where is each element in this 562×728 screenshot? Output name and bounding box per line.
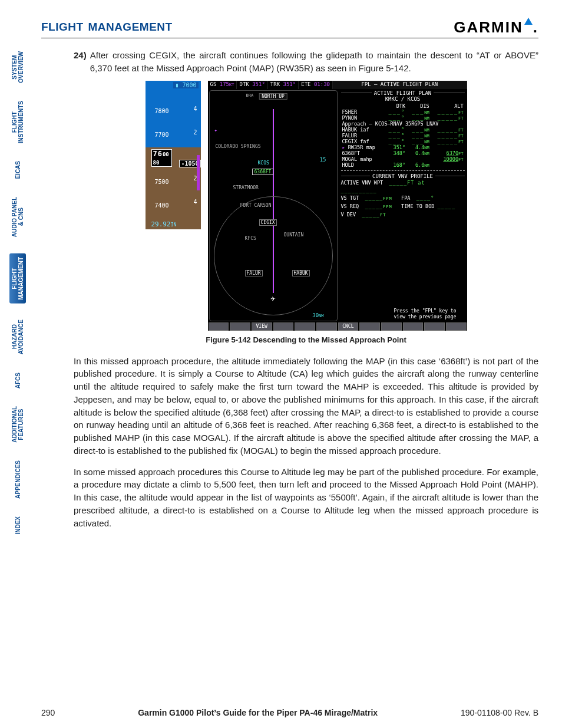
softkey-view[interactable]: VIEW <box>252 322 272 331</box>
map-airport-label: KCOS <box>258 160 269 166</box>
tab-eicas[interactable]: EICAS <box>15 160 21 180</box>
figure-5-142: ▮ 7000 7800 7700 7500 7400 4 2 2 4 76008… <box>74 81 538 331</box>
logo-dot: . <box>533 18 538 37</box>
flight-plan-pane: ACTIVE FLIGHT PLAN KMKC / KCOS DTKDISALT… <box>339 89 467 322</box>
section-title: FLIGHT MANAGEMENT <box>41 21 173 34</box>
vnv-profile: ACTIVE VNV WPT _____FT at __________ VS … <box>341 179 465 219</box>
softkey-bar: VIEW CNCL VNV <box>208 322 467 331</box>
alt-label: 7500 <box>155 179 169 185</box>
paragraph: In some missed approach procedures this … <box>74 466 538 530</box>
pfd-altitude-tape: ▮ 7000 7800 7700 7500 7400 4 2 2 4 76008… <box>146 81 201 229</box>
scroll-hint: Press the "FPL" key toview the previous … <box>387 308 464 320</box>
vnv-altitude-box: 6368FT <box>252 169 274 175</box>
tab-hazard-avoidance[interactable]: HAZARD AVOIDANCE <box>11 318 24 355</box>
logo-text: GARMIN <box>454 18 523 37</box>
tab-audio-panel-cns[interactable]: AUDIO PANEL & CNS <box>11 196 24 238</box>
vs-scale: 4 <box>193 106 197 112</box>
table-row: CEGIX faf___°___NM_____FT <box>341 139 465 144</box>
airport-icon: ✦ <box>214 127 217 133</box>
body: 24) After crossing CEGIX, the aircraft c… <box>41 49 538 529</box>
range-value: 15 <box>320 157 326 163</box>
page: FLIGHT MANAGEMENT GARMIN. SYSTEM OVERVIE… <box>0 0 562 728</box>
map-city-label: COLORADO SPRINGS <box>216 144 261 149</box>
softkey[interactable] <box>209 322 229 331</box>
altitude-readout: 760080 <box>151 149 172 167</box>
softkey[interactable] <box>295 322 315 331</box>
vs-bar-icon <box>197 155 200 190</box>
map-airport-label: KFCS <box>245 236 256 241</box>
table-row: PYNON___°___NM_____FT <box>341 115 465 121</box>
paragraph: In this missed approach procedure, the a… <box>74 355 538 457</box>
softkey[interactable] <box>424 322 445 331</box>
step-24: 24) After crossing CEGIX, the aircraft c… <box>74 49 538 75</box>
map-city-label: FORT CARSON <box>240 203 272 208</box>
map-city-label: OUNTAIN <box>284 232 304 238</box>
page-header: FLIGHT MANAGEMENT GARMIN. <box>41 18 538 38</box>
page-number: 290 <box>41 708 55 717</box>
softkey-cncl-vnv[interactable]: CNCL VNV <box>338 322 359 331</box>
table-row: FSHER___°___NM_____FT <box>341 109 465 115</box>
tab-afcs[interactable]: AFCS <box>15 371 21 390</box>
vs-scale: 4 <box>193 199 197 205</box>
baro-setting: 29.92IN <box>151 220 177 228</box>
logo-triangle-icon <box>524 18 533 25</box>
step-number: 24) <box>74 49 87 75</box>
page-title-bar: FPL – ACTIVE FLIGHT PLAN <box>333 81 467 89</box>
fpl-title: ACTIVE FLIGHT PLAN <box>374 90 432 96</box>
tab-appendices[interactable]: APPENDICES <box>15 459 21 500</box>
table-row: ▸ RW35R map351°4.4NM <box>341 144 465 150</box>
waypoint-habuk: HABUK <box>292 270 310 276</box>
doc-title: Garmin G1000 Pilot’s Guide for the Piper… <box>138 708 378 717</box>
table-row: HABUK iaf___°___NM_____FT <box>341 127 465 133</box>
softkey[interactable] <box>316 322 337 331</box>
section-tabs: SYSTEM OVERVIEW FLIGHT INSTRUMENTS EICAS… <box>7 50 28 535</box>
mfd-header-bar: GS 175KT DTK 351° TRK 351° ETE 01:30 FPL… <box>208 81 467 89</box>
tab-flight-instruments[interactable]: FLIGHT INSTRUMENTS <box>11 100 24 144</box>
north-up-icon: NORTH UP <box>259 93 287 100</box>
fpl-table: DTKDISALT FSHER___°___NM_____FT PYNON___… <box>341 103 465 168</box>
softkey[interactable] <box>446 322 467 331</box>
garmin-logo: GARMIN. <box>454 18 538 37</box>
alt-label: 7400 <box>155 202 169 209</box>
tab-additional-features[interactable]: ADDITIONAL FEATURES <box>11 405 24 444</box>
map-pane: NORTH UP BRA COLORADO SPRINGS KCOS STRAT… <box>208 89 339 322</box>
divider <box>341 170 465 171</box>
vs-scale: 2 <box>193 129 197 136</box>
approach-header: Approach – KCOS–RNAV 35RGPS LNAV <box>341 121 465 127</box>
table-row: FALUR___°___NM_____FT <box>341 133 465 139</box>
softkey[interactable] <box>381 322 402 331</box>
doc-revision: 190-01108-00 Rev. B <box>461 708 538 717</box>
softkey[interactable] <box>403 322 424 331</box>
step-text: After crossing CEGIX, the aircraft conti… <box>90 49 538 75</box>
vnv-title: CURRENT VNV PROFILE <box>372 173 433 179</box>
alt-label: 7700 <box>155 131 169 138</box>
ownship-icon: ✈ <box>270 294 275 303</box>
tab-flight-management[interactable]: FLIGHT MANAGEMENT <box>9 253 26 304</box>
tab-index[interactable]: INDEX <box>15 515 21 536</box>
waypoint-falur: FALUR <box>245 270 263 276</box>
waypoint-cegix: CEGIX <box>259 219 277 226</box>
softkey[interactable] <box>359 322 380 331</box>
figure-caption: Figure 5-142 Descending to the Missed Ap… <box>74 335 538 344</box>
alt-label: 7800 <box>155 108 169 114</box>
page-footer: 290 Garmin G1000 Pilot’s Guide for the P… <box>0 708 562 717</box>
softkey[interactable] <box>273 322 294 331</box>
map-city-label: STRATMOOR <box>233 185 259 190</box>
mfd-display: GS 175KT DTK 351° TRK 351° ETE 01:30 FPL… <box>208 81 467 331</box>
table-row: HOLD168°6.0NM <box>341 162 465 168</box>
softkey[interactable] <box>230 322 250 331</box>
moving-map[interactable]: NORTH UP BRA COLORADO SPRINGS KCOS STRAT… <box>209 90 338 321</box>
tab-system-overview[interactable]: SYSTEM OVERVIEW <box>11 50 24 84</box>
table-row: 6368FT348°0.4NM6370FT <box>341 150 465 156</box>
table-row: MOGAL mahp10000FT <box>341 156 465 162</box>
range-value: 30NM <box>312 312 323 318</box>
fpl-route: KMKC / KCOS <box>341 96 465 102</box>
